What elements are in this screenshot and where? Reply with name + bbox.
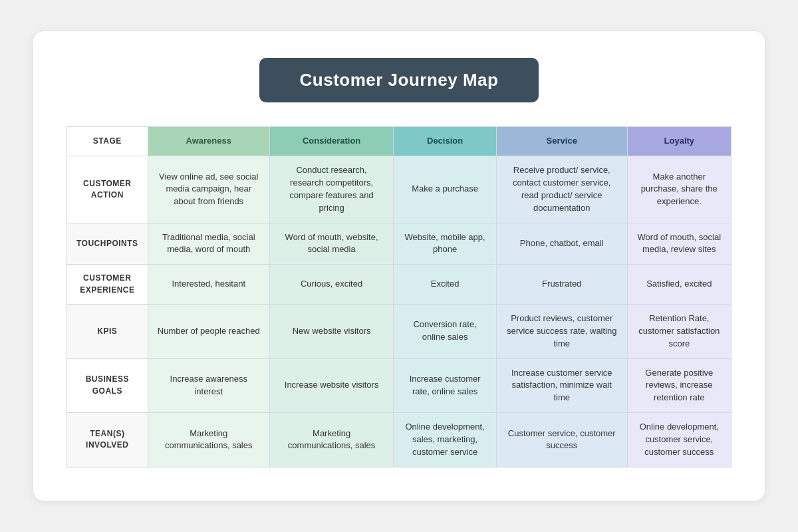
page-title: Customer Journey Map xyxy=(286,70,512,90)
table-cell: Product reviews, customer service succes… xyxy=(496,305,627,359)
table-cell: Make another purchase, share the experie… xyxy=(627,156,731,223)
journey-map-table: STAGE Awareness Consideration Decision S… xyxy=(66,126,732,467)
row-label: KPIS xyxy=(67,305,148,359)
table-cell: View online ad, see social media campaig… xyxy=(148,156,269,223)
table-cell: Customer service, customer success xyxy=(496,413,627,467)
table-cell: Increase website visitors xyxy=(269,358,393,413)
table-cell: Conduct research, research competitors, … xyxy=(269,156,393,223)
row-label: CUSTOMER EXPERIENCE xyxy=(67,265,148,305)
table-row: KPISNumber of people reachedNew website … xyxy=(67,305,732,359)
table-cell: Satisfied, excited xyxy=(627,265,731,305)
consideration-header: Consideration xyxy=(269,127,393,156)
table-cell: Traditional media, social media, word of… xyxy=(148,223,269,265)
stage-header: STAGE xyxy=(67,127,148,156)
table-row: TOUCHPOINTSTraditional media, social med… xyxy=(67,223,732,265)
table-row: BUSINESS GOALSIncrease awareness interes… xyxy=(67,358,732,413)
awareness-header: Awareness xyxy=(148,127,269,156)
row-label: TEAN(S) INVOLVED xyxy=(67,413,148,467)
table-cell: Generate positive reviews, increase rete… xyxy=(627,358,731,413)
table-cell: Interested, hesitant xyxy=(148,265,269,305)
table-cell: Excited xyxy=(394,265,497,305)
table-cell: Increase customer service satisfaction, … xyxy=(496,358,627,413)
row-label: CUSTOMER ACTION xyxy=(67,156,148,223)
table-cell: Number of people reached xyxy=(148,305,269,359)
table-cell: Online development, sales, marketing, cu… xyxy=(394,413,497,467)
decision-header: Decision xyxy=(394,127,497,156)
table-cell: Receive product/ service, contact custom… xyxy=(496,156,627,223)
table-cell: New website visitors xyxy=(269,305,393,359)
table-cell: Retention Rate, customer satisfaction sc… xyxy=(627,305,731,359)
table-cell: Frustrated xyxy=(496,265,627,305)
table-cell: Curious, excited xyxy=(269,265,393,305)
table-row: TEAN(S) INVOLVEDMarketing communications… xyxy=(67,413,732,467)
table-row: CUSTOMER ACTIONView online ad, see socia… xyxy=(67,156,732,223)
table-cell: Conversion rate, online sales xyxy=(394,305,497,359)
row-label: TOUCHPOINTS xyxy=(67,223,148,265)
table-row: CUSTOMER EXPERIENCEInterested, hesitantC… xyxy=(67,265,732,305)
table-cell: Phone, chatbot, email xyxy=(496,223,627,265)
table-cell: Make a purchase xyxy=(394,156,497,223)
table-cell: Word of mouth, website, social media xyxy=(269,223,393,265)
loyalty-header: Loyalty xyxy=(627,127,731,156)
table-cell: Increase customer rate, online sales xyxy=(394,358,497,413)
table-cell: Marketing communications, sales xyxy=(148,413,269,467)
table-cell: Online development, customer service, cu… xyxy=(627,413,731,467)
table-cell: Website, mobile app, phone xyxy=(394,223,497,265)
table-cell: Marketing communications, sales xyxy=(269,413,393,467)
service-header: Service xyxy=(496,127,627,156)
table-cell: Word of mouth, social media, review site… xyxy=(627,223,731,265)
main-container: Customer Journey Map STAGE Awareness Con… xyxy=(33,31,765,500)
title-box: Customer Journey Map xyxy=(259,58,539,102)
table-cell: Increase awareness interest xyxy=(148,358,269,413)
row-label: BUSINESS GOALS xyxy=(67,358,148,413)
